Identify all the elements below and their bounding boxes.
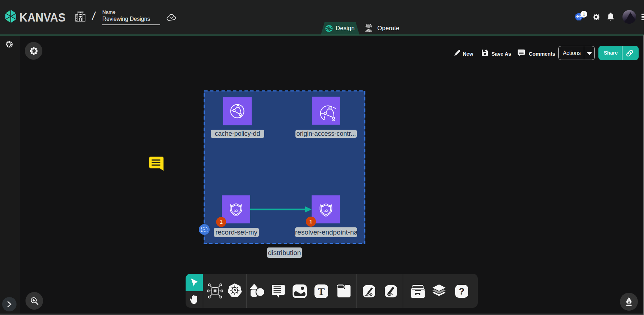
svg-text:53: 53 [323, 208, 328, 213]
svg-text:?: ? [459, 286, 465, 297]
svg-text:T: T [318, 286, 325, 297]
svg-text:53: 53 [234, 208, 239, 213]
